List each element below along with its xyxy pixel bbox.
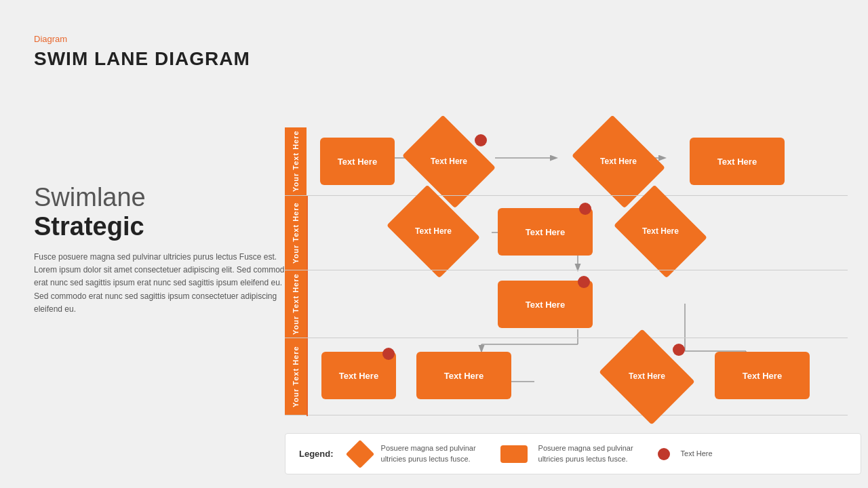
dot-lane4-diamond1 [673,344,685,356]
dot-lane1-diamond1 [475,134,487,146]
dot-lane2-rect1 [579,203,591,215]
header-label: Diagram [34,34,250,44]
swim-lane-diagram: Your Text Here Text Here Text Here Text … [285,121,861,426]
legend-dot-icon [658,448,670,460]
lane4-rect2: Text Here [416,352,511,399]
lane-2-label: Your Text Here [285,196,307,270]
lane2-diamond2: Text Here [623,203,698,260]
lane2-rect1: Text Here [498,208,593,256]
left-body-text: Fusce posuere magna sed pulvinar ultrici… [34,251,292,316]
legend-diamond-icon [345,439,374,468]
lane4-rect3: Text Here [715,352,810,399]
header-section: Diagram SWIM LANE DIAGRAM [34,34,250,70]
lane-1-label: Your Text Here [285,127,307,195]
lane1-diamond2: Text Here [581,133,656,190]
lane-4-label: Your Text Here [285,338,307,415]
lane2-diamond1: Text Here [396,203,471,260]
legend-dot-text: Text Here [681,449,713,459]
dot-lane3-rect1 [578,276,590,288]
legend-rect-text: Posuere magna sed pulvinar ultricies pur… [538,443,647,464]
left-heading-light: Swimlane [34,183,292,212]
legend-section: Legend: Posuere magna sed pulvinar ultri… [285,433,861,474]
lane-3-label: Your Text Here [285,270,307,338]
lane3-rect1: Text Here [498,281,593,328]
page-title: SWIM LANE DIAGRAM [34,48,250,70]
lane1-rect2: Text Here [690,138,785,185]
left-heading-bold: Strategic [34,212,292,241]
left-text-section: Swimlane Strategic Fusce posuere magna s… [34,183,292,316]
legend-rect-icon [500,445,528,463]
lane4-diamond1: Text Here [610,346,684,407]
legend-diamond-text: Posuere magna sed pulvinar ultricies pur… [381,443,490,464]
legend-label: Legend: [299,449,334,459]
lane1-rect1: Text Here [320,138,395,185]
dot-lane4-rect1 [382,348,395,360]
